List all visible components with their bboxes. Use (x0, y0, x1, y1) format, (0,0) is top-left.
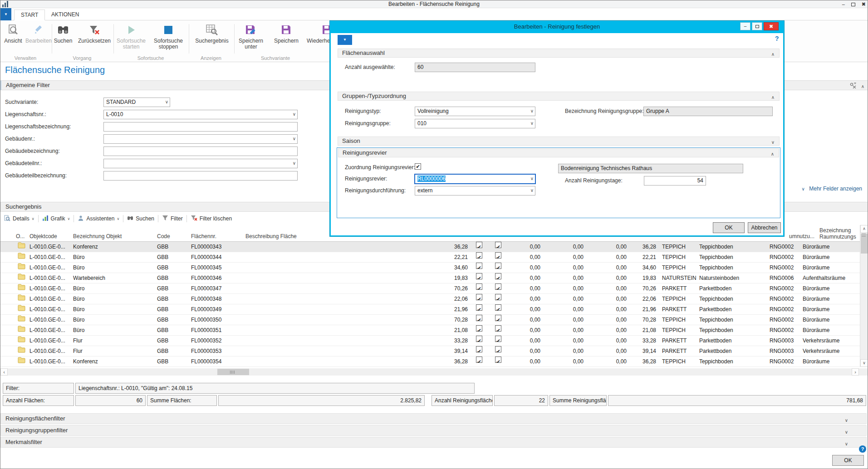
dialog-help-icon[interactable]: ? (775, 35, 779, 42)
page-ok-button[interactable]: OK (832, 455, 864, 466)
vertical-scrollbar[interactable]: ∧ ∨ (860, 225, 868, 367)
row-checkbox-2[interactable]: ✔ (495, 252, 501, 259)
dialog-section-saison[interactable]: Saison ∨ (338, 137, 780, 146)
row-checkbox-2[interactable]: ✔ (495, 336, 501, 342)
column-header-objektcode[interactable]: Objektcode (29, 233, 57, 239)
tab-aktionen[interactable]: AKTIONEN (45, 10, 85, 20)
filter-field-input[interactable]: ∨ (103, 134, 298, 144)
table-row[interactable]: L-0010.GE-0... Konferenz GBB FL00000354 … (0, 357, 868, 367)
mehr-felder-link[interactable]: ∨ Mehr Felder anzeigen (802, 186, 862, 192)
grid-toolbar-item[interactable]: Suchen (127, 215, 154, 222)
column-header-raumnutzung[interactable]: umnutzu... (789, 233, 820, 239)
reinigungstyp-select[interactable]: Vollreinigung ∨ (415, 107, 535, 116)
column-header-bezeichnung-raumnutzung[interactable]: Bezeichnung Raumnutzungs (819, 227, 863, 240)
dialog-section-gruppen-typzuordnung[interactable]: Gruppen-/Typzuordnung ∧ (338, 92, 780, 101)
close-button[interactable]: ✖ (862, 0, 866, 8)
row-checkbox-1[interactable]: ✔ (476, 315, 482, 321)
collapse-section-icon[interactable]: ∧ (861, 82, 864, 91)
row-checkbox-1[interactable]: ✔ (476, 346, 482, 352)
tab-start[interactable]: START (14, 10, 45, 20)
filter-field-input[interactable]: ∨ (103, 159, 298, 168)
dialog-cancel-button[interactable]: Abbrechen (748, 222, 781, 233)
section-reinigungsgruppenfilter[interactable]: Reinigungsgruppenfilter ∨ (0, 425, 867, 436)
dialog-maximize-button[interactable] (752, 22, 762, 30)
table-row[interactable]: L-0010.GE-0... Büro GBB FL00000345 34,60… (0, 263, 868, 273)
vertical-scroll-thumb[interactable] (861, 234, 868, 254)
zuruecksetzen-button[interactable]: Zurücksetzen (76, 23, 113, 44)
scroll-left-icon[interactable]: ‹ (0, 368, 8, 376)
horizontal-scroll-thumb[interactable] (217, 369, 249, 375)
row-checkbox-1[interactable]: ✔ (476, 325, 482, 332)
table-row[interactable]: L-0010.GE-0... Büro GBB FL00000351 21,08… (0, 325, 868, 336)
reinigungsdurchfuehrung-select[interactable]: extern ∨ (415, 186, 535, 195)
row-checkbox-1[interactable]: ✔ (476, 283, 482, 290)
speichern-button[interactable]: Speichern (270, 23, 303, 44)
row-checkbox-1[interactable]: ✔ (476, 252, 482, 259)
row-checkbox-2[interactable]: ✔ (495, 304, 501, 311)
customize-icon[interactable] (850, 82, 857, 91)
sofortsuche-starten-button[interactable]: Sofortsuche starten (115, 23, 147, 50)
maximize-button[interactable] (851, 3, 855, 6)
filter-field-input[interactable] (103, 171, 298, 181)
table-row[interactable]: L-0010.GE-0... Büro GBB FL00000350 70,28… (0, 315, 868, 325)
table-row[interactable]: L-0010.GE-0... Büro GBB FL00000344 22,21… (0, 252, 868, 263)
scroll-right-icon[interactable]: › (852, 368, 859, 376)
dialog-menu-button[interactable]: ▼ (338, 35, 352, 45)
reinigungsgruppe-select[interactable]: 010 ∨ (415, 119, 535, 128)
grid-toolbar-item[interactable]: Assistenten ∨ (78, 215, 119, 223)
grid-toolbar-item[interactable]: Filter löschen (191, 215, 232, 222)
grid-toolbar-item[interactable]: Grafik ∨ (42, 215, 70, 223)
column-header-bezeichnung-objekt[interactable]: Bezeichnung Objekt (73, 233, 122, 239)
row-checkbox-1[interactable]: ✔ (476, 336, 482, 342)
table-row[interactable]: L-0010.GE-0... Wartebereich GBB FL000003… (0, 273, 868, 283)
table-row[interactable]: L-0010.GE-0... Flur GBB FL00000353 39,14… (0, 346, 868, 357)
scroll-down-icon[interactable]: ∨ (860, 359, 868, 367)
reinigungsrevier-select[interactable]: RL0000006 ∨ (415, 174, 535, 184)
row-checkbox-2[interactable]: ✔ (495, 294, 501, 300)
table-row[interactable]: L-0010.GE-0... Büro GBB FL00000347 70,26… (0, 283, 868, 294)
column-header-flaechennr[interactable]: Flächennr. (191, 233, 216, 239)
row-checkbox-1[interactable]: ✔ (476, 357, 482, 363)
grid-toolbar-item[interactable]: Filter (162, 215, 183, 222)
zuordnung-reinigungsrevier-checkbox[interactable]: ✔ (415, 163, 421, 170)
filter-field-input[interactable] (103, 122, 298, 132)
help-icon[interactable]: ? (859, 445, 866, 453)
row-checkbox-2[interactable]: ✔ (495, 283, 501, 290)
row-checkbox-1[interactable]: ✔ (476, 294, 482, 300)
column-header-code[interactable]: Code (157, 233, 170, 239)
dialog-close-button[interactable]: ✖ (764, 22, 779, 30)
filter-field-input[interactable] (103, 147, 298, 156)
filter-field-input[interactable]: STANDARD ∨ (103, 98, 170, 107)
suchergebnis-button[interactable]: Suchergebnis (193, 23, 231, 44)
row-checkbox-1[interactable]: ✔ (476, 304, 482, 311)
table-row[interactable]: L-0010.GE-0... Flur GBB FL00000352 33,28… (0, 336, 868, 346)
grid-toolbar-item[interactable]: Details ∨ (4, 215, 34, 223)
app-menu-button[interactable]: ▼ (0, 8, 11, 20)
anzahl-reinigungstage-field[interactable]: 54 (644, 176, 706, 186)
filter-field-input[interactable]: L-0010 ∨ (103, 110, 298, 119)
section-reinigungsflaechenfilter[interactable]: Reinigungsflächenfilter ∨ (0, 413, 867, 424)
column-header-o[interactable]: O... (16, 233, 25, 239)
sofortsuche-stoppen-button[interactable]: Sofortsuche stoppen (152, 23, 185, 50)
minimize-button[interactable]: – (842, 0, 845, 8)
section-merkmalsfilter[interactable]: Merkmalsfilter ∨ (0, 437, 867, 448)
dialog-section-reinigungsrevier[interactable]: Reinigungsrevier ∧ (338, 148, 779, 157)
row-checkbox-2[interactable]: ✔ (495, 315, 501, 321)
dialog-ok-button[interactable]: OK (713, 222, 745, 233)
table-row[interactable]: L-0010.GE-0... Büro GBB FL00000349 21,96… (0, 304, 868, 315)
table-row[interactable]: L-0010.GE-0... Konferenz GBB FL00000343 … (0, 242, 868, 252)
suchen-button[interactable]: Suchen (49, 23, 77, 44)
horizontal-scrollbar[interactable]: ‹ › (0, 368, 868, 376)
row-checkbox-2[interactable]: ✔ (495, 242, 501, 248)
row-checkbox-2[interactable]: ✔ (495, 263, 501, 269)
dialog-section-flaechenauswahl[interactable]: Flächenauswahl ∧ (338, 49, 780, 58)
dialog-minimize-button[interactable]: – (740, 22, 750, 30)
row-checkbox-1[interactable]: ✔ (476, 263, 482, 269)
speichern-unter-button[interactable]: Speichern unter (235, 23, 267, 50)
scroll-up-icon[interactable]: ∧ (860, 225, 868, 233)
row-checkbox-2[interactable]: ✔ (495, 273, 501, 279)
column-header-beschreibung-flaeche[interactable]: Beschreibung Fläche (245, 233, 297, 239)
row-checkbox-2[interactable]: ✔ (495, 346, 501, 352)
row-checkbox-1[interactable]: ✔ (476, 242, 482, 248)
row-checkbox-1[interactable]: ✔ (476, 273, 482, 279)
